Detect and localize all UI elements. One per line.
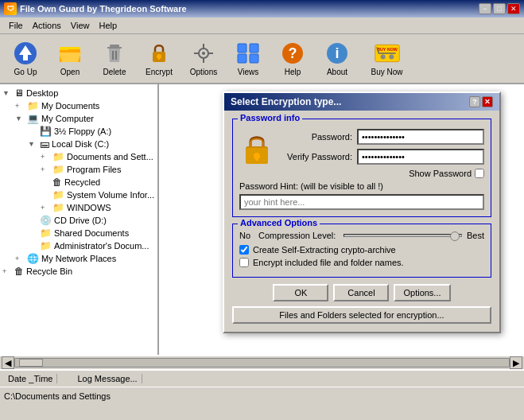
checkbox2-row: Encrypt included file and folder names. xyxy=(239,258,484,267)
password-label: Password: xyxy=(281,132,352,142)
show-password-row: Show Password xyxy=(281,169,484,178)
dialog-title-bar: Select Encryption type... ? ✕ xyxy=(224,93,499,111)
password-section-title: Password info xyxy=(238,113,302,122)
options-button-dialog[interactable]: Options... xyxy=(394,284,450,301)
dialog-title-text: Select Encryption type... xyxy=(231,96,341,107)
compression-best: Best xyxy=(467,231,484,240)
advanced-options-section: Advanced Options No Compression Level: B… xyxy=(232,224,491,278)
password-row: Password: xyxy=(281,129,484,145)
compression-slider-thumb[interactable] xyxy=(450,231,460,241)
encrypt-names-checkbox[interactable] xyxy=(239,258,249,267)
compression-label: Compression Level: xyxy=(258,231,336,240)
verify-row: Verify Password: xyxy=(281,149,484,165)
create-archive-checkbox[interactable] xyxy=(239,245,249,255)
dialog-actions: OK Cancel Options... xyxy=(232,284,491,301)
dialog-overlay: Select Encryption type... ? ✕ Password i… xyxy=(0,0,524,420)
show-password-label: Show Password xyxy=(409,169,472,178)
verify-input[interactable] xyxy=(357,149,484,165)
ok-button[interactable]: OK xyxy=(273,284,328,301)
cancel-button[interactable]: Cancel xyxy=(333,284,389,301)
password-input[interactable] xyxy=(357,129,484,145)
verify-label: Verify Password: xyxy=(281,152,352,161)
dialog-close-button[interactable]: ✕ xyxy=(482,96,493,107)
checkbox2-label: Encrypt included file and folder names. xyxy=(253,258,404,267)
dialog-body: Password info xyxy=(224,111,499,332)
hint-area: Password Hint: (will be visible to all !… xyxy=(239,181,484,210)
files-folders-button[interactable]: Files and Folders selected for encryptio… xyxy=(232,306,491,324)
encryption-dialog: Select Encryption type... ? ✕ Password i… xyxy=(223,91,501,333)
password-section: Password info xyxy=(232,119,491,217)
advanced-title: Advanced Options xyxy=(238,218,320,228)
checkbox1-label: Create Self-Extracting crypto-archive xyxy=(253,245,396,255)
hint-input[interactable] xyxy=(239,194,484,210)
lock-icon xyxy=(239,132,274,167)
compression-row: No Compression Level: Best xyxy=(239,231,484,240)
password-fields: Password: Verify Password: Show Password xyxy=(281,129,484,178)
compression-slider-track[interactable] xyxy=(344,234,462,237)
compression-no: No xyxy=(239,231,250,240)
hint-label: Password Hint: (will be visible to all !… xyxy=(239,181,383,191)
svg-rect-40 xyxy=(255,156,258,161)
dialog-help-button[interactable]: ? xyxy=(469,96,480,107)
checkbox1-row: Create Self-Extracting crypto-archive xyxy=(239,245,484,255)
show-password-checkbox[interactable] xyxy=(475,169,484,178)
